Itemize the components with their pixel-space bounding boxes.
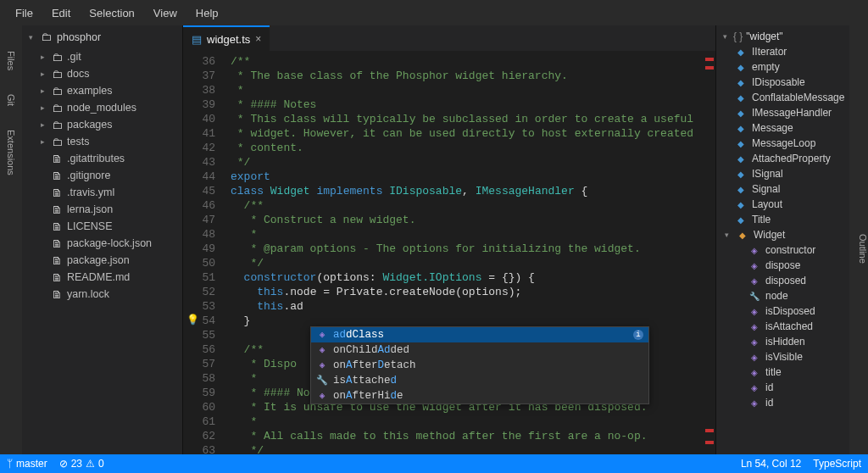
outline-item-isattached[interactable]: ◈isAttached <box>720 319 849 334</box>
outline-item-empty[interactable]: ◆empty <box>720 59 849 75</box>
outline-item-message[interactable]: ◆Message <box>720 120 849 136</box>
file-package-lock-json[interactable]: package-lock.json <box>25 235 182 252</box>
error-marker[interactable] <box>705 429 714 432</box>
file--gitignore[interactable]: .gitignore <box>25 167 182 184</box>
file-readme-md[interactable]: README.md <box>25 269 182 286</box>
folder-docs[interactable]: ▸docs <box>25 65 182 82</box>
folder-examples[interactable]: ▸examples <box>25 82 182 99</box>
outline-item-disposed[interactable]: ◈disposed <box>720 273 849 288</box>
code-line[interactable]: /** <box>231 54 715 69</box>
file-license[interactable]: LICENSE <box>25 218 182 235</box>
menu-edit[interactable]: Edit <box>43 3 79 23</box>
file--travis-yml[interactable]: .travis.yml <box>25 184 182 201</box>
error-marker[interactable] <box>705 58 714 61</box>
outline-item-node[interactable]: 🔧node <box>720 288 849 303</box>
file-package-json[interactable]: package.json <box>25 252 182 269</box>
code-editor[interactable]: 💡 36373839404142434445464748495051525354… <box>183 51 715 454</box>
folder-tests[interactable]: ▸tests <box>25 133 182 150</box>
symbol-icon: ◆ <box>735 168 747 180</box>
info-icon[interactable]: i <box>633 330 643 340</box>
outline-item-iiterator[interactable]: ◆IIterator <box>720 44 849 59</box>
outline-item-isdisposed[interactable]: ◈isDisposed <box>720 303 849 319</box>
line-number: 52 <box>183 285 225 299</box>
outline-item-attachedproperty[interactable]: ◆AttachedProperty <box>720 151 849 166</box>
outline-item-isignal[interactable]: ◆ISignal <box>720 166 849 181</box>
chevron-right-icon: ▸ <box>41 86 47 95</box>
code-line[interactable]: this.node = Private.createNode(options); <box>231 285 715 299</box>
outline-item-imessagehandler[interactable]: ◆IMessageHandler <box>720 105 849 120</box>
code-line[interactable]: */ <box>231 155 715 170</box>
code-line[interactable]: * This class will typically be subclasse… <box>231 112 715 126</box>
code-line[interactable]: constructor(options: Widget.IOptions = {… <box>231 270 715 285</box>
line-number: 44 <box>183 170 225 184</box>
code-line[interactable]: * content. <box>231 141 715 155</box>
file-yarn-lock[interactable]: yarn.lock <box>25 286 182 303</box>
outline-item-dispose[interactable]: ◈dispose <box>720 258 849 273</box>
code-line[interactable]: * widget. However, it can be used direct… <box>231 126 715 141</box>
code-line[interactable]: * <box>231 227 715 242</box>
outline-root[interactable]: ▾ { } "widget" <box>720 29 849 44</box>
outline-item-messageloop[interactable]: ◆MessageLoop <box>720 136 849 151</box>
code-line[interactable]: export <box>231 170 715 184</box>
activity-files[interactable]: Files <box>6 51 16 70</box>
language-mode[interactable]: TypeScript <box>813 458 861 470</box>
code-line[interactable]: * #### Notes <box>231 97 715 112</box>
error-marker[interactable] <box>705 66 714 70</box>
autocomplete-item[interactable]: ◈onAfterHide <box>311 388 648 403</box>
code-line[interactable]: * All calls made to this method after th… <box>231 429 715 443</box>
folder-packages[interactable]: ▸packages <box>25 116 182 133</box>
outline-item-title[interactable]: ◈title <box>720 364 849 380</box>
activity-extensions[interactable]: Extensions <box>6 130 16 175</box>
autocomplete-popup[interactable]: ◈addClassi◈onChildAdded◈onAfterDetach🔧is… <box>310 326 649 404</box>
code-line[interactable]: * @param options - The options for initi… <box>231 242 715 256</box>
autocomplete-item[interactable]: ◈addClassi <box>311 327 648 342</box>
menu-file[interactable]: File <box>7 3 42 23</box>
code-line[interactable]: * Construct a new widget. <box>231 213 715 227</box>
activity-git[interactable]: Git <box>6 94 16 106</box>
git-branch-icon: ᛘ <box>7 458 13 470</box>
folder-node-modules[interactable]: ▸node_modules <box>25 99 182 116</box>
code-line[interactable]: */ <box>231 256 715 270</box>
minimap[interactable] <box>698 54 714 454</box>
chevron-down-icon: ▾ <box>29 33 36 42</box>
autocomplete-item[interactable]: 🔧isAttached <box>311 373 648 388</box>
file--gitattributes[interactable]: .gitattributes <box>25 150 182 167</box>
autocomplete-item[interactable]: ◈onChildAdded <box>311 342 648 358</box>
chevron-right-icon: ▸ <box>41 137 47 146</box>
outline-item-idisposable[interactable]: ◆IDisposable <box>720 75 849 90</box>
menu-selection[interactable]: Selection <box>81 3 142 23</box>
outline-item-widget[interactable]: ▾◆Widget <box>720 227 849 242</box>
code-line[interactable]: * <box>231 83 715 97</box>
code-line[interactable]: this.ad <box>231 299 715 314</box>
git-branch-status[interactable]: ᛘ master <box>7 458 47 470</box>
code-line[interactable]: * The base class of the Phosphor widget … <box>231 69 715 83</box>
explorer-root[interactable]: ▾ phosphor <box>22 25 182 48</box>
autocomplete-item[interactable]: ◈onAfterDetach <box>311 358 648 373</box>
outline-item-id[interactable]: ◈id <box>720 380 849 395</box>
outline-item-constructor[interactable]: ◈constructor <box>720 242 849 258</box>
problems-status[interactable]: ⊘ 23 ⚠ 0 <box>59 458 104 470</box>
menu-view[interactable]: View <box>145 3 186 23</box>
code-line[interactable]: */ <box>231 443 715 454</box>
close-icon[interactable]: × <box>255 33 261 45</box>
outline-tab[interactable]: Outline <box>849 25 868 454</box>
code-line[interactable]: /** <box>231 198 715 213</box>
code-line[interactable]: * <box>231 415 715 429</box>
file-lerna-json[interactable]: lerna.json <box>25 201 182 218</box>
outline-item-layout[interactable]: ◆Layout <box>720 197 849 212</box>
outline-item-ishidden[interactable]: ◈isHidden <box>720 334 849 349</box>
folder--git[interactable]: ▸.git <box>25 48 182 65</box>
cursor-position[interactable]: Ln 54, Col 12 <box>741 458 801 470</box>
line-number: 36 <box>183 54 225 69</box>
outline-item-signal[interactable]: ◆Signal <box>720 181 849 197</box>
outline-item-id[interactable]: ◈id <box>720 395 849 410</box>
code-line[interactable]: class Widget implements IDisposable, IMe… <box>231 184 715 198</box>
tab-widget-ts[interactable]: ▤ widget.ts × <box>183 25 270 51</box>
method-icon: ◈ <box>316 389 328 403</box>
outline-item-conflatablemessage[interactable]: ◆ConflatableMessage <box>720 90 849 105</box>
outline-item-title[interactable]: ◆Title <box>720 212 849 227</box>
error-marker[interactable] <box>705 441 714 444</box>
menu-help[interactable]: Help <box>187 3 227 23</box>
outline-item-isvisible[interactable]: ◈isVisible <box>720 349 849 364</box>
outline-item-label: ISignal <box>752 168 783 180</box>
